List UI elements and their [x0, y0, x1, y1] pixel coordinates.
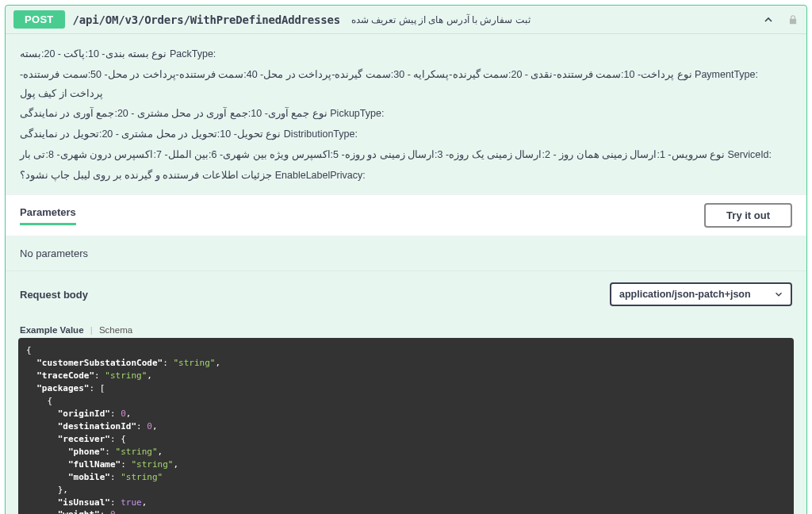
endpoint-summary: ثبت سفارش با آدرس های از پیش تعریف شده	[351, 14, 530, 25]
request-body-title: Request body	[20, 289, 88, 301]
parameters-header: Parameters Try it out	[6, 194, 806, 236]
operation-description: PackType: نوع بسته بندی- 10:پاکت - 20:بس…	[6, 33, 806, 194]
tab-example-value[interactable]: Example Value	[20, 325, 84, 335]
operation-header[interactable]: POST /api/OM/v3/Orders/WithPreDefinedAdd…	[6, 6, 806, 33]
lock-icon[interactable]	[787, 14, 799, 25]
description-line: PaymentType: نوع پرداخت- 10:سمت فرستنده-…	[20, 66, 792, 104]
description-line: EnableLabelPrivacy: جزئیات اطلاعات فرستن…	[20, 167, 792, 186]
example-json: { "customerSubstationCode": "string", "t…	[18, 338, 794, 514]
chevron-down-icon	[773, 289, 784, 300]
no-parameters-text: No parameters	[6, 236, 806, 270]
request-body-header: Request body application/json-patch+json	[6, 270, 806, 317]
description-line: ServiceId: نوع سرویس- 1:ارسال زمینی همان…	[20, 146, 792, 165]
description-line: PickupType: نوع جمع آوری- 10:جمع آوری در…	[20, 105, 792, 124]
try-it-out-button[interactable]: Try it out	[704, 203, 792, 228]
description-line: PackType: نوع بسته بندی- 10:پاکت - 20:بس…	[20, 45, 792, 64]
operation-block: POST /api/OM/v3/Orders/WithPreDefinedAdd…	[5, 5, 807, 514]
content-type-select-wrap[interactable]: application/json-patch+json	[610, 282, 792, 306]
content-type-select[interactable]: application/json-patch+json	[611, 284, 773, 305]
tab-schema[interactable]: Schema	[99, 325, 132, 335]
parameters-title: Parameters	[20, 206, 76, 225]
example-tabs: Example Value | Schema	[6, 317, 806, 338]
description-line: DistributionType: نوع تحویل- 10:تحویل در…	[20, 125, 792, 144]
example-code-block[interactable]: { "customerSubstationCode": "string", "t…	[18, 338, 794, 514]
http-method-badge: POST	[13, 10, 65, 29]
endpoint-path: /api/OM/v3/Orders/WithPreDefinedAddresse…	[73, 13, 340, 26]
chevron-up-icon	[762, 13, 775, 26]
